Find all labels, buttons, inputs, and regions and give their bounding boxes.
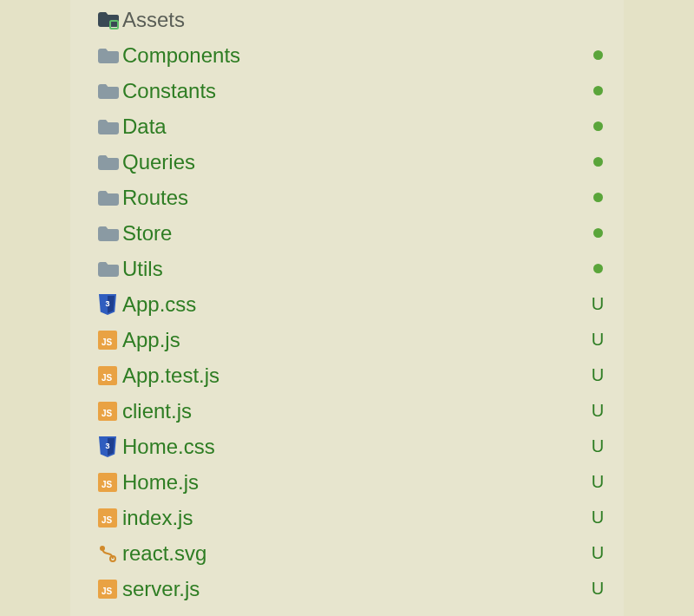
file-tree: Assets Components Constants Data Queries…	[70, 0, 624, 606]
git-status	[587, 228, 608, 238]
css-file-icon: 3	[98, 436, 122, 457]
git-status	[587, 264, 608, 273]
file-tree-item-label: Home.js	[122, 470, 587, 495]
js-file-icon: JS	[98, 580, 122, 599]
svg-text:JS: JS	[101, 409, 113, 418]
file-tree-item[interactable]: Utils	[70, 251, 624, 286]
file-tree-item-label: index.js	[122, 506, 587, 530]
css-file-icon: 3	[98, 294, 122, 315]
folder-icon	[98, 260, 122, 278]
file-tree-item[interactable]: Store	[70, 215, 624, 251]
git-status: U	[587, 365, 608, 385]
js-file-icon: JS	[98, 508, 122, 528]
git-status	[587, 121, 608, 131]
git-status-untracked: U	[592, 401, 604, 421]
file-tree-item-label: Home.css	[122, 435, 587, 459]
git-status: U	[587, 508, 608, 528]
git-status-dot-icon	[593, 228, 603, 238]
svg-text:JS: JS	[101, 373, 113, 383]
file-tree-item-label: App.js	[122, 328, 587, 352]
file-tree-item-label: Components	[122, 43, 587, 68]
file-tree-item[interactable]: JS client.jsU	[70, 393, 624, 429]
git-status	[587, 157, 608, 167]
git-status: U	[587, 294, 608, 314]
svg-text:3: 3	[105, 442, 109, 450]
folder-icon	[98, 225, 122, 242]
git-status: U	[587, 472, 608, 492]
git-status: U	[587, 579, 608, 599]
file-tree-item[interactable]: JS Home.jsU	[70, 464, 624, 500]
git-status: U	[587, 330, 608, 350]
file-tree-item-label: Store	[122, 221, 587, 246]
git-status-untracked: U	[592, 365, 604, 385]
git-status-untracked: U	[592, 543, 604, 563]
svg-text:JS: JS	[101, 515, 113, 525]
file-tree-item[interactable]: 3 App.cssU	[70, 286, 624, 322]
file-tree-item-label: react.svg	[122, 541, 587, 566]
git-status: U	[587, 401, 608, 421]
file-tree-item-label: Queries	[122, 150, 587, 174]
file-tree-item[interactable]: Assets	[70, 2, 624, 37]
git-status	[587, 86, 608, 95]
folder-icon	[98, 154, 122, 171]
js-file-icon: JS	[98, 366, 122, 385]
folder-icon	[98, 118, 122, 135]
file-tree-item-label: Routes	[122, 186, 587, 210]
git-status-dot-icon	[593, 121, 603, 131]
js-file-icon: JS	[98, 331, 122, 350]
file-tree-item[interactable]: react.svgU	[70, 535, 624, 571]
file-tree-item[interactable]: JS App.jsU	[70, 322, 624, 357]
git-status-dot-icon	[593, 264, 603, 273]
git-status-untracked: U	[592, 508, 604, 528]
git-status-untracked: U	[592, 472, 604, 492]
file-tree-item-label: Data	[122, 115, 587, 139]
git-status: U	[587, 543, 608, 563]
file-tree-item-label: Constants	[122, 79, 587, 103]
file-tree-item-label: Assets	[122, 8, 587, 32]
file-tree-item-label: server.js	[122, 577, 587, 601]
folder-icon	[98, 47, 122, 64]
file-tree-item[interactable]: 3 Home.cssU	[70, 429, 624, 464]
folder-assets-icon	[98, 10, 122, 29]
js-file-icon: JS	[98, 473, 122, 492]
git-status: U	[587, 436, 608, 456]
git-status	[587, 50, 608, 60]
file-tree-item-label: App.css	[122, 292, 587, 317]
svg-text:JS: JS	[101, 337, 113, 347]
git-status-untracked: U	[592, 436, 604, 456]
git-status-dot-icon	[593, 86, 603, 95]
file-tree-item[interactable]: Constants	[70, 73, 624, 108]
editor-area: Assets Components Constants Data Queries…	[0, 0, 694, 616]
file-tree-item[interactable]: JS server.jsU	[70, 571, 624, 606]
file-tree-item[interactable]: JS index.jsU	[70, 500, 624, 535]
file-tree-item[interactable]: Queries	[70, 144, 624, 180]
file-tree-item[interactable]: Components	[70, 37, 624, 73]
git-status-untracked: U	[592, 579, 604, 599]
js-file-icon: JS	[98, 402, 122, 421]
git-status-untracked: U	[592, 294, 604, 314]
svg-text:3: 3	[105, 299, 109, 308]
git-status-dot-icon	[593, 157, 603, 167]
folder-icon	[98, 189, 122, 206]
file-tree-item[interactable]: Routes	[70, 180, 624, 215]
file-explorer-panel[interactable]: Assets Components Constants Data Queries…	[70, 0, 624, 616]
svg-text:JS: JS	[101, 480, 113, 489]
file-tree-item-label: Utils	[122, 257, 587, 281]
git-status-dot-icon	[593, 193, 603, 202]
git-status-dot-icon	[593, 50, 603, 60]
svg-file-icon	[98, 544, 122, 563]
file-tree-item[interactable]: Data	[70, 108, 624, 144]
folder-icon	[98, 82, 122, 100]
file-tree-item[interactable]: JS App.test.jsU	[70, 357, 624, 393]
svg-text:JS: JS	[101, 587, 113, 596]
file-tree-item-label: client.js	[122, 399, 587, 423]
file-tree-item-label: App.test.js	[122, 364, 587, 388]
git-status	[587, 193, 608, 202]
git-status-untracked: U	[592, 330, 604, 350]
